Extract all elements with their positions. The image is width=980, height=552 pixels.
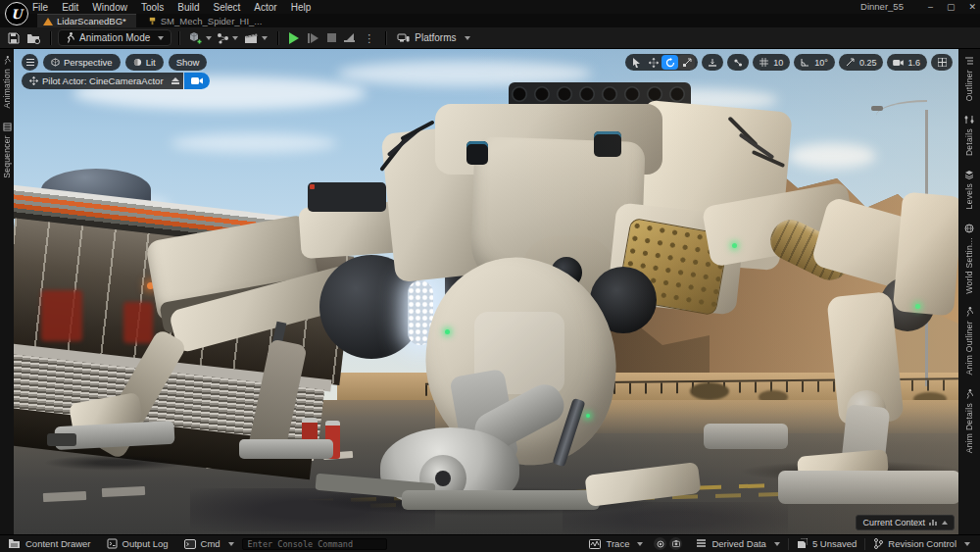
content-drawer-button[interactable]: Content Drawer (0, 535, 99, 552)
perspective-label: Perspective (64, 57, 113, 68)
trace-icon (589, 539, 601, 549)
content-drawer-icon (8, 538, 21, 549)
insights-record-icon[interactable] (654, 537, 666, 550)
diner-interior (123, 302, 153, 343)
unsaved-label: 5 Unsaved (812, 538, 857, 549)
sidebar-tab-outliner[interactable]: Outliner (958, 49, 980, 108)
mode-selector-label: Animation Mode (79, 32, 150, 43)
console-command-input[interactable] (242, 538, 387, 550)
camera-speed-control[interactable]: 1.6 (887, 54, 927, 71)
derived-data-dropdown[interactable]: Derived Data (688, 535, 787, 552)
window-title: Dinner_55 (843, 0, 921, 14)
show-label: Show (176, 57, 200, 68)
add-actor-icon[interactable] (186, 29, 214, 47)
tab-static-mesh[interactable]: SM_Mech_Spider_HI_... (142, 14, 272, 27)
mode-selector[interactable]: Animation Mode (58, 29, 172, 46)
minimize-button[interactable]: – (928, 0, 933, 14)
lit-dropdown[interactable]: Lit (125, 54, 164, 71)
screenshot-icon[interactable] (669, 537, 682, 550)
rotation-snap-toggle[interactable]: 10° (794, 54, 835, 71)
move-cross-icon (29, 76, 38, 85)
sequencer-tab-icon (3, 123, 12, 131)
derived-data-icon (696, 538, 707, 549)
level-viewport[interactable]: Perspective Lit Show Pilot Actor: CineCa… (14, 49, 958, 534)
pilot-actor-bar[interactable]: Pilot Actor: CineCameraActor (22, 73, 183, 89)
menu-build[interactable]: Build (177, 2, 199, 13)
menu-window[interactable]: Window (92, 2, 127, 13)
revision-control-dropdown[interactable]: Revision Control (865, 535, 980, 552)
trace-dropdown[interactable]: Trace (581, 535, 651, 552)
snap-options-icon[interactable] (732, 55, 744, 70)
sidebar-tab-anim-outliner[interactable]: Anim Outliner (958, 300, 980, 381)
viewport-layout-icon[interactable] (936, 55, 948, 70)
menu-actor[interactable]: Actor (254, 2, 276, 13)
stats-icon (929, 519, 938, 527)
level-icon (43, 18, 53, 25)
cmd-dropdown[interactable]: Cmd (176, 535, 242, 552)
mech-rear-foot (704, 424, 788, 449)
sidebar-tab-details[interactable]: Details (958, 108, 980, 163)
toolbar-separator (385, 31, 386, 45)
mech-right-foot (778, 471, 958, 504)
perspective-icon (51, 58, 60, 67)
sequencer-tab-label: Sequencer (2, 135, 12, 178)
main-toolbar: Animation Mode ⋮ Platforms (0, 27, 980, 49)
launch-button[interactable] (345, 33, 355, 42)
surface-snap-icon[interactable] (707, 55, 718, 70)
skip-ahead-button[interactable] (308, 33, 318, 43)
viewport-options-menu[interactable] (22, 54, 38, 71)
unsaved-button[interactable]: 5 Unsaved (789, 535, 864, 552)
menu-edit[interactable]: Edit (62, 2, 78, 13)
scale-snap-toggle[interactable]: 0.25 (839, 54, 884, 71)
perspective-dropdown[interactable]: Perspective (43, 54, 121, 71)
world-settings-tab-label: World Settin... (964, 237, 974, 294)
caret-down-icon (158, 36, 164, 40)
static-mesh-icon (148, 17, 157, 25)
menu-select[interactable]: Select (214, 2, 241, 13)
show-dropdown[interactable]: Show (169, 54, 208, 71)
select-tool-icon[interactable] (628, 55, 645, 70)
grid-snap-toggle[interactable]: 10 (753, 54, 790, 71)
cinematics-icon[interactable] (241, 29, 270, 47)
menu-help[interactable]: Help (291, 2, 312, 13)
asset-tab-bar: LidarScanedBG* SM_Mech_Spider_HI_... (0, 14, 980, 27)
caret-down-icon (262, 36, 268, 40)
toolbar-separator (178, 31, 179, 45)
blueprints-icon[interactable] (214, 29, 241, 47)
menu-file[interactable]: File (32, 2, 48, 13)
stop-button[interactable] (327, 33, 336, 42)
unreal-logo-icon[interactable]: U (5, 2, 28, 25)
mech-rear-left-foot (239, 439, 333, 459)
play-button[interactable] (289, 32, 299, 44)
sidebar-tab-world-settings[interactable]: World Settin... (958, 217, 980, 301)
platforms-button[interactable]: Platforms (393, 29, 473, 47)
animation-tab-icon (3, 56, 11, 65)
tab-level[interactable]: LidarScanedBG* (37, 14, 136, 27)
eject-pilot-icon[interactable] (172, 77, 179, 84)
scale-tool-icon[interactable] (678, 55, 695, 70)
toolbar-separator (277, 31, 278, 45)
anim-details-tab-label: Anim Details (964, 403, 974, 453)
rotate-tool-icon[interactable] (662, 55, 678, 70)
menu-tools[interactable]: Tools (141, 2, 164, 13)
rotation-snap-value: 10° (813, 58, 832, 68)
maximize-button[interactable]: ▢ (947, 0, 956, 14)
sidebar-tab-animation[interactable]: Animation (0, 49, 14, 116)
current-context-button[interactable]: Current Context (856, 515, 955, 530)
mech-toe-plate (402, 490, 600, 510)
output-log-button[interactable]: Output Log (99, 535, 176, 552)
levels-icon (964, 170, 974, 179)
sidebar-tab-sequencer[interactable]: Sequencer (0, 116, 14, 185)
playback-options-icon[interactable]: ⋮ (364, 33, 374, 43)
translate-tool-icon[interactable] (645, 55, 662, 70)
trace-label: Trace (606, 538, 629, 549)
camera-view-toggle[interactable] (184, 73, 210, 89)
sidebar-tab-levels[interactable]: Levels (958, 163, 980, 216)
save-icon[interactable] (4, 29, 24, 47)
close-button[interactable]: ✕ (968, 0, 976, 14)
menu-bar: File Edit Window Tools Build Select Acto… (32, 2, 311, 13)
sidebar-tab-anim-details[interactable]: Anim Details (958, 382, 980, 460)
platforms-icon (397, 32, 410, 43)
caret-up-icon (942, 521, 948, 525)
browse-content-icon[interactable] (24, 29, 43, 47)
